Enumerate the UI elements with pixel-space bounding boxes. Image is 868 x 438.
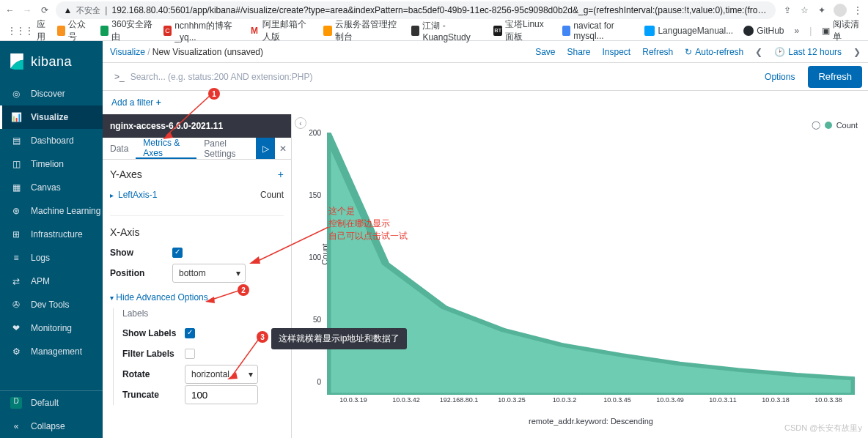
ann-badge-1: 1 bbox=[208, 88, 220, 100]
watermark: CSDN @长安有故里y bbox=[784, 423, 862, 434]
bm-6[interactable]: BT宝塔Linux面板 bbox=[493, 18, 551, 43]
query-bar[interactable]: >_ Search... (e.g. status:200 AND extens… bbox=[108, 67, 751, 87]
legend-label[interactable]: Count bbox=[836, 121, 858, 130]
menu-icon[interactable]: ⋮ bbox=[853, 4, 864, 17]
nav-visualize[interactable]: 📊Visualize bbox=[0, 105, 103, 129]
show-label: Show bbox=[110, 248, 172, 258]
action-save[interactable]: Save bbox=[535, 47, 555, 57]
bm-5[interactable]: 江湖 - KuangStudy bbox=[411, 20, 484, 42]
action-inspect[interactable]: Inspect bbox=[603, 47, 631, 57]
ext-icon[interactable]: ✦ bbox=[816, 4, 827, 17]
add-filter-link[interactable]: Add a filter + bbox=[111, 97, 161, 108]
position-select[interactable]: bottom bbox=[172, 264, 246, 283]
expand-icon[interactable]: ▸ bbox=[110, 191, 114, 199]
nav-discover[interactable]: ◎Discover bbox=[0, 82, 103, 105]
action-refresh[interactable]: Refresh bbox=[642, 47, 673, 57]
breadcrumb-current: New Visualization (unsaved) bbox=[152, 47, 263, 57]
bm-0[interactable]: 公众号 bbox=[57, 18, 90, 43]
show-labels-checkbox[interactable] bbox=[185, 328, 195, 338]
nav-dashboard[interactable]: ▤Dashboard bbox=[0, 129, 103, 152]
index-pattern-label: nginx-access-6.6.0-2021.11 bbox=[103, 114, 291, 138]
filter-labels-label: Filter Labels bbox=[122, 349, 185, 359]
top-bar: Visualize / New Visualization (unsaved) … bbox=[103, 41, 868, 63]
nav-canvas[interactable]: ▦Canvas bbox=[0, 176, 103, 199]
forward-icon[interactable]: → bbox=[21, 4, 32, 17]
ann-badge-3: 3 bbox=[257, 331, 268, 343]
browser-chrome: ← → ⟳ ▲ 不安全 | 192.168.80.40:5601/app/kib… bbox=[0, 0, 868, 41]
bm-9[interactable]: GitHub bbox=[743, 26, 784, 36]
nav-collapse[interactable]: «Collapse bbox=[0, 415, 103, 438]
legend-toggle-icon[interactable]: ◯ bbox=[812, 120, 820, 130]
tab-data[interactable]: Data bbox=[103, 138, 136, 159]
nav-apm[interactable]: ⇄APM bbox=[0, 270, 103, 293]
nav-monitoring[interactable]: ❤Monitoring bbox=[0, 316, 103, 340]
add-yaxis-icon[interactable]: + bbox=[278, 168, 284, 180]
action-share[interactable]: Share bbox=[567, 47, 590, 57]
apps-grid[interactable]: ⋮⋮⋮应用 bbox=[7, 18, 47, 43]
position-label: Position bbox=[110, 268, 172, 278]
apply-button[interactable]: ▷ bbox=[256, 138, 274, 159]
ann-badge-2: 2 bbox=[238, 284, 249, 296]
url-bar[interactable]: ▲ 不安全 | 192.168.80.40:5601/app/kibana#/v… bbox=[56, 1, 776, 19]
bm-3[interactable]: M阿里邮箱个人版 bbox=[251, 18, 313, 43]
nav-timelion[interactable]: ◫Timelion bbox=[0, 152, 103, 176]
rotate-select[interactable]: horizontal bbox=[185, 365, 258, 384]
visualization-panel: ‹ ◯ Count Count 200 150 100 50 0 10.0 bbox=[292, 114, 868, 438]
rotate-label: Rotate bbox=[122, 369, 185, 379]
bm-4[interactable]: 云服务器管理控制台 bbox=[323, 18, 400, 43]
labels-title: Labels bbox=[122, 308, 284, 319]
show-labels-label: Show Labels bbox=[122, 328, 185, 338]
discard-button[interactable]: ✕ bbox=[275, 144, 291, 154]
nav-ml[interactable]: ⊛Machine Learning bbox=[0, 199, 103, 223]
breadcrumb-root[interactable]: Visualize bbox=[110, 47, 145, 57]
filter-labels-checkbox[interactable] bbox=[185, 349, 195, 359]
collapse-editor-icon[interactable]: ‹ bbox=[295, 117, 306, 129]
yaxis-agg: Count bbox=[260, 190, 284, 200]
insecure-icon: ▲ bbox=[63, 5, 72, 15]
star-icon[interactable]: ☆ bbox=[799, 4, 810, 17]
tab-panel-settings[interactable]: Panel Settings bbox=[196, 138, 256, 159]
insecure-label: 不安全 bbox=[76, 5, 100, 16]
avatar-icon[interactable] bbox=[834, 4, 847, 17]
nav-devtools[interactable]: ✇Dev Tools bbox=[0, 293, 103, 316]
time-range[interactable]: 🕑 Last 12 hours bbox=[774, 47, 842, 57]
reading-list[interactable]: ▣ 阅读清单 bbox=[822, 18, 861, 43]
xaxis-title: X-Axis bbox=[110, 226, 139, 238]
nav-default[interactable]: DDefault bbox=[0, 391, 103, 415]
ann-text: 这个是 控制在哪边显示 自己可以点击试一试 bbox=[328, 205, 408, 242]
query-options[interactable]: Options bbox=[759, 72, 801, 82]
yaxis-item[interactable]: LeftAxis-1 bbox=[118, 190, 157, 200]
truncate-label: Truncate bbox=[122, 390, 185, 400]
show-checkbox[interactable] bbox=[172, 248, 183, 258]
share-icon[interactable]: ⇪ bbox=[781, 4, 792, 17]
more-bookmarks[interactable]: » bbox=[795, 26, 800, 36]
time-next-icon[interactable]: ❯ bbox=[853, 47, 861, 57]
legend-swatch bbox=[825, 122, 832, 129]
nav-logs[interactable]: ≡Logs bbox=[0, 246, 103, 270]
bm-2[interactable]: Cncnhhm的博客_yq... bbox=[163, 20, 240, 42]
reload-icon[interactable]: ⟳ bbox=[39, 4, 50, 17]
yaxes-title: Y-Axes bbox=[110, 168, 142, 180]
nav-infra[interactable]: ⊞Infrastructure bbox=[0, 223, 103, 246]
time-prev-icon[interactable]: ❮ bbox=[755, 47, 762, 57]
ann-tooltip: 这样就横着显示ip地址和数据了 bbox=[271, 328, 407, 349]
action-auto-refresh[interactable]: ↻ Auto-refresh bbox=[685, 47, 743, 57]
side-nav: kibana ◎Discover 📊Visualize ▤Dashboard ◫… bbox=[0, 41, 103, 438]
x-axis-label: remote_addr.keyword: Descending bbox=[324, 417, 858, 426]
nav-management[interactable]: ⚙Management bbox=[0, 340, 103, 363]
tab-metrics-axes[interactable]: Metrics & Axes bbox=[136, 138, 196, 159]
refresh-button[interactable]: Refresh bbox=[808, 66, 862, 88]
url-text: 192.168.80.40:5601/app/kibana#/visualize… bbox=[111, 5, 768, 15]
bm-8[interactable]: LanguageManual... bbox=[644, 26, 733, 36]
brand-logo[interactable]: kibana bbox=[0, 41, 103, 82]
bm-1[interactable]: 360安全路由 bbox=[100, 18, 153, 43]
hide-advanced-link[interactable]: Hide Advanced Options bbox=[116, 292, 207, 302]
truncate-input[interactable] bbox=[185, 385, 258, 404]
bm-7[interactable]: navicat for mysql... bbox=[562, 21, 635, 41]
back-icon[interactable]: ← bbox=[4, 4, 15, 17]
